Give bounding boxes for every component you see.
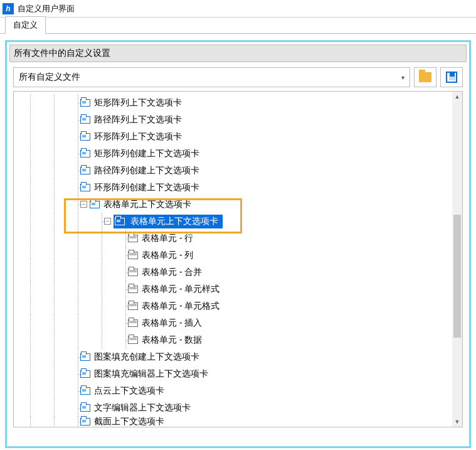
ribbon-tab-icon [80, 403, 92, 413]
tree-item-label: 路径阵列上下文选项卡 [94, 114, 182, 126]
tree-item[interactable]: 文字编辑器上下文选项卡 [14, 399, 452, 416]
file-select[interactable]: 所有自定义文件 ▾ [13, 67, 410, 87]
ribbon-panel-icon [128, 233, 139, 244]
ribbon-panel-icon [128, 250, 139, 260]
ribbon-tab-icon [80, 417, 92, 427]
tab-label: 自定义 [13, 20, 38, 29]
tree-item-label: 文字编辑器上下文选项卡 [94, 402, 191, 414]
ribbon-tab-icon [80, 98, 92, 108]
tab-bar: 自定义 [0, 18, 476, 34]
scroll-thumb[interactable] [453, 215, 461, 338]
ribbon-tab-icon [80, 386, 92, 396]
tree-item-label: 矩形阵列创建上下文选项卡 [94, 148, 199, 159]
title-bar: h 自定义用户界面 [0, 0, 476, 18]
tree-item-label: 点云上下文选项卡 [94, 385, 164, 397]
ribbon-tab-icon [80, 369, 92, 379]
tree-item[interactable]: 环形阵列创建上下文选项卡 [14, 179, 452, 196]
tree-item-label: 图案填充创建上下文选项卡 [94, 351, 199, 363]
tree-item[interactable]: 矩形阵列创建上下文选项卡 [14, 145, 452, 162]
ribbon-tab-icon [80, 132, 92, 142]
tree-item[interactable]: 图案填充编辑器上下文选项卡 [14, 365, 452, 382]
tree-item[interactable]: 表格单元 - 合并 [14, 264, 452, 281]
tree-item[interactable]: −表格单元上下文选项卡 [14, 213, 452, 230]
open-file-button[interactable] [414, 67, 436, 87]
tree-item[interactable]: 图案填充创建上下文选项卡 [14, 348, 452, 365]
tree-item-label: 矩形阵列上下文选项卡 [94, 97, 182, 109]
ribbon-panel-icon [128, 284, 139, 294]
tree-item[interactable]: 表格单元 - 单元格式 [14, 297, 452, 314]
tree-item-label: 截面上下文选项卡 [94, 416, 164, 427]
tree-item[interactable]: 路径阵列创建上下文选项卡 [14, 162, 452, 179]
scroll-up-button[interactable]: ▲ [452, 92, 462, 102]
tree-item-label: 图案填充编辑器上下文选项卡 [94, 368, 208, 380]
tab-customize[interactable]: 自定义 [5, 16, 46, 34]
tree-item-label: 表格单元 - 单元格式 [142, 301, 219, 312]
tree-item-label: 表格单元 - 行 [142, 233, 193, 244]
tree-item[interactable]: −表格单元上下文选项卡 [14, 196, 452, 213]
tree-item-label: 表格单元 - 单元样式 [142, 284, 219, 295]
tree[interactable]: 矩形阵列上下文选项卡路径阵列上下文选项卡环形阵列上下文选项卡矩形阵列创建上下文选… [14, 92, 452, 427]
tree-item-label: 表格单元 - 合并 [142, 267, 202, 278]
ribbon-tab-icon [90, 200, 101, 210]
tree-item-label: 环形阵列上下文选项卡 [94, 131, 182, 142]
ribbon-tab-icon [80, 115, 92, 125]
tree-item[interactable]: 表格单元 - 行 [14, 230, 452, 247]
tree-item-label: 表格单元 - 数据 [142, 335, 202, 346]
ribbon-panel-icon [128, 335, 139, 345]
tree-item[interactable]: 路径阵列上下文选项卡 [14, 111, 452, 128]
tree-item[interactable]: 表格单元 - 单元样式 [14, 281, 452, 297]
section-title: 所有文件中的自定义设置 [14, 48, 110, 58]
ribbon-tab-icon [80, 183, 92, 193]
tree-item[interactable]: 点云上下文选项卡 [14, 382, 452, 399]
folder-icon [419, 72, 431, 82]
tree-item-label: 表格单元 - 列 [142, 250, 193, 261]
tree-item-label: 表格单元上下文选项卡 [103, 199, 191, 210]
tree-item[interactable]: 表格单元 - 列 [14, 247, 452, 264]
tree-item-label: 路径阵列创建上下文选项卡 [94, 165, 199, 176]
ribbon-panel-icon [128, 267, 139, 277]
section-header: 所有文件中的自定义设置 [9, 45, 467, 62]
file-select-value: 所有自定义文件 [19, 72, 80, 83]
tree-item[interactable]: 表格单元 - 插入 [14, 314, 452, 331]
tree-item[interactable]: 矩形阵列上下文选项卡 [14, 94, 452, 111]
tree-panel: 矩形阵列上下文选项卡路径阵列上下文选项卡环形阵列上下文选项卡矩形阵列创建上下文选… [13, 91, 463, 427]
content-panel: 所有文件中的自定义设置 所有自定义文件 ▾ 矩形阵列上下文选项卡路径阵列上下文选… [5, 40, 471, 448]
file-toolbar: 所有自定义文件 ▾ [9, 67, 467, 87]
tree-item[interactable]: 表格单元 - 数据 [14, 331, 452, 348]
tree-item-label: 表格单元上下文选项卡 [129, 215, 220, 228]
save-file-button[interactable] [440, 67, 463, 87]
tree-item-label: 表格单元 - 插入 [142, 318, 202, 329]
chevron-down-icon: ▾ [401, 74, 405, 81]
tree-item[interactable]: 环形阵列上下文选项卡 [14, 128, 452, 145]
ribbon-panel-icon [128, 318, 139, 328]
ribbon-tab-icon [115, 217, 126, 227]
window-title: 自定义用户界面 [18, 3, 75, 14]
tree-item[interactable]: 截面上下文选项卡 [14, 416, 452, 427]
save-icon [446, 72, 457, 83]
vertical-scrollbar[interactable]: ▲ ▼ [452, 92, 462, 427]
ribbon-tab-icon [80, 166, 92, 176]
ribbon-tab-icon [80, 352, 92, 362]
app-icon: h [3, 3, 14, 14]
ribbon-panel-icon [128, 301, 139, 311]
tree-item-label: 环形阵列创建上下文选项卡 [94, 182, 199, 193]
ribbon-tab-icon [80, 149, 92, 159]
scroll-down-button[interactable]: ▼ [452, 417, 462, 427]
